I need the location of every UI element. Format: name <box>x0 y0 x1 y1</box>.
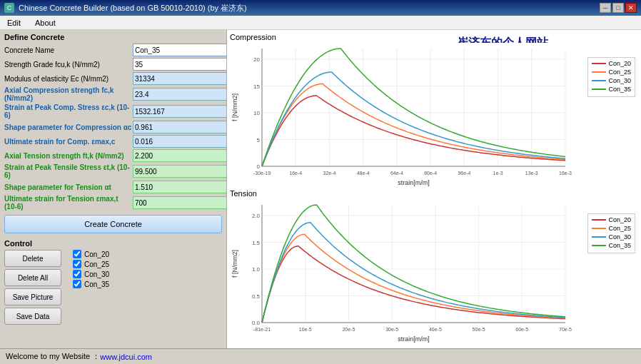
check-con20[interactable] <box>73 250 81 258</box>
tension-title: Tension <box>230 189 638 198</box>
grade-label: Strength Grade fcu,k (N/mm2) <box>4 61 133 69</box>
check-con35[interactable] <box>73 280 81 288</box>
maximize-button[interactable]: □ <box>612 3 624 13</box>
status-bar: Welcome to my Website ： www.jdcui.com <box>0 348 641 364</box>
alpha-c-label: Shape parameter for Compression αc <box>4 123 133 131</box>
create-concrete-button[interactable]: Create Concrete <box>4 215 222 233</box>
app-icon: C <box>4 3 14 13</box>
ec-label: Modulus of elasticity Ec (N/mm2) <box>4 75 133 83</box>
strain-tens-input[interactable] <box>133 165 227 178</box>
tension-chart-section: Tension Con_20 Con_25 Con_30 Con_35 <box>230 189 638 345</box>
fck-input[interactable] <box>133 88 227 101</box>
alpha-t-label: Shape parameter for Tension αt <box>4 183 133 191</box>
ec-input[interactable] <box>133 72 227 85</box>
menu-bar: Edit About <box>0 16 641 30</box>
check-con30[interactable] <box>73 270 81 278</box>
alpha-t-input[interactable] <box>133 181 227 193</box>
compression-chart <box>230 43 637 188</box>
tension-chart <box>230 199 637 344</box>
left-panel: Define Concrete Concrete Name Strength G… <box>0 30 227 348</box>
emax-c-input[interactable] <box>133 135 227 148</box>
save-picture-button[interactable]: Save Picture <box>4 288 61 305</box>
strain-comp-input[interactable] <box>133 105 227 118</box>
status-url: www.jdcui.com <box>100 353 152 361</box>
right-panel: 崔济东的个人网站 JiDong Cui' Blog www.jdcui.com … <box>227 30 641 348</box>
fck-label: Axial Compression strength fc,k (N/mm2) <box>4 86 133 102</box>
compression-legend: Con_20 Con_25 Con_30 Con_35 <box>587 57 635 97</box>
checkbox-con25[interactable]: Con_25 <box>73 260 109 268</box>
emax-t-label: Ultimate strain for Tension εmax,t (10-6… <box>4 195 133 211</box>
checkbox-con20[interactable]: Con_20 <box>73 250 109 258</box>
control-label: Control <box>4 239 222 248</box>
compression-title: Compression <box>230 33 638 41</box>
save-data-button[interactable]: Save Data <box>4 308 61 325</box>
ftk-input[interactable] <box>133 149 227 162</box>
status-prefix: Welcome to my Website ： <box>6 351 100 362</box>
grade-input[interactable] <box>133 58 227 71</box>
concrete-name-input[interactable] <box>133 44 227 56</box>
define-label: Define Concrete <box>4 33 222 41</box>
strain-comp-label: Strain at Peak Comp. Stress εc,k (10-6) <box>4 103 133 119</box>
emax-t-input[interactable] <box>133 196 227 209</box>
minimize-button[interactable]: ─ <box>600 3 611 13</box>
tension-legend: Con_20 Con_25 Con_30 Con_35 <box>587 213 635 253</box>
delete-button[interactable]: Delete <box>4 250 61 267</box>
window-title: Chinese Concrete Builder (based on GB 50… <box>19 3 247 14</box>
strain-tens-label: Strain at Peak Tensile Stress εt,k (10-6… <box>4 163 133 179</box>
title-bar: C Chinese Concrete Builder (based on GB … <box>0 0 641 16</box>
checkbox-con35[interactable]: Con_35 <box>73 280 109 288</box>
menu-edit[interactable]: Edit <box>4 19 24 27</box>
compression-chart-section: Compression Con_20 Con_25 Con_30 Con_35 <box>230 33 638 189</box>
alpha-c-input[interactable] <box>133 121 227 133</box>
close-button[interactable]: ✕ <box>625 3 637 13</box>
check-con25[interactable] <box>73 260 81 268</box>
checkbox-list: Con_20 Con_25 Con_30 Con_35 <box>73 250 109 325</box>
menu-about[interactable]: About <box>32 19 59 27</box>
ftk-label: Axial Tension strength ft,k (N/mm2) <box>4 152 133 160</box>
delete-all-button[interactable]: Delete All <box>4 269 61 286</box>
name-label: Concrete Name <box>4 46 133 54</box>
emax-c-label: Ultimate strain for Comp. εmax,c <box>4 138 133 146</box>
checkbox-con30[interactable]: Con_30 <box>73 270 109 278</box>
